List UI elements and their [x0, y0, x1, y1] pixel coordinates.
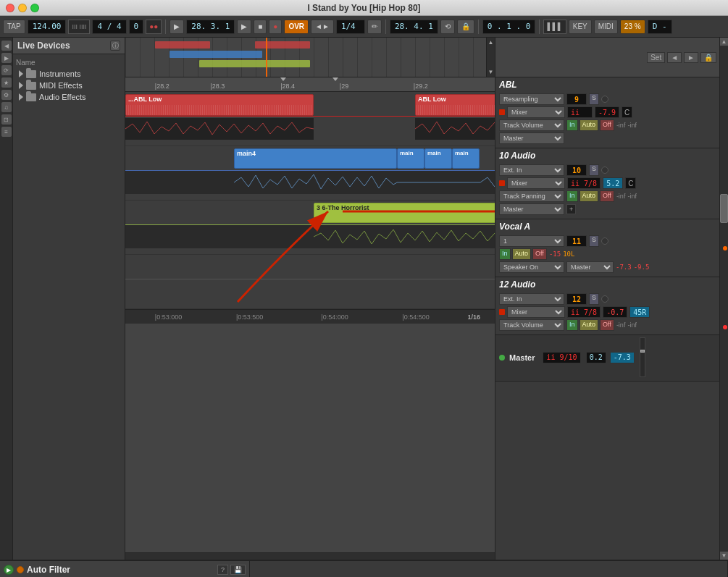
af-save-btn[interactable]: 💾 [230, 565, 246, 575]
vocal-in-btn[interactable]: In [499, 248, 511, 260]
key-button[interactable]: KEY [569, 20, 592, 34]
traffic-lights [6, 4, 39, 12]
right-scrollbar[interactable]: ▲ ▼ [719, 38, 728, 560]
audio12-track-name: 12 Audio [499, 279, 535, 290]
nav-icon-5[interactable]: ⚙ [1, 90, 12, 100]
vocal-s-btn[interactable]: S [589, 235, 599, 247]
tap-button[interactable]: TAP [3, 20, 25, 34]
waveform-vocal [125, 225, 495, 248]
abl-routing-select[interactable]: Resampling [499, 93, 564, 105]
nav-right-btn[interactable]: ► [684, 52, 698, 63]
vocal-routing-select[interactable]: 1 [499, 235, 564, 247]
audio10-s-btn[interactable]: S [589, 164, 599, 176]
abl-master-select[interactable]: Master [499, 132, 564, 144]
nav-icon-2[interactable]: ▶ [1, 53, 12, 63]
nav-icon-7[interactable]: ⊡ [1, 114, 12, 125]
nav-icon-4[interactable]: ★ [1, 77, 12, 88]
abl-mixer-row: Mixer ii -7.9 C [499, 106, 716, 118]
master-fader[interactable] [640, 337, 645, 377]
clip-abl-low-2[interactable]: ABL Low [415, 94, 495, 116]
midi-button[interactable]: MIDI [594, 20, 618, 34]
center-area: ▲ ▼ |28.2 |28.3 |28.4 |29 |29.2 ...ABL L… [125, 38, 495, 560]
vocal-off-btn[interactable]: Off [532, 248, 547, 260]
abl-vol-select[interactable]: Track Volume [499, 119, 564, 131]
nav-left-btn[interactable]: ◄ [667, 52, 682, 63]
nav-icon-1[interactable]: ◀ [1, 41, 12, 51]
audio12-mixer-select[interactable]: Mixer [507, 306, 565, 318]
audio12-off-btn[interactable]: Off [600, 319, 614, 331]
audio12-send1: -inf [616, 321, 626, 329]
close-button[interactable] [6, 4, 14, 12]
clip-main4[interactable]: main4 [234, 148, 397, 169]
clip-abl-low-1[interactable]: ...ABL Low [125, 94, 314, 116]
audio10-in-btn[interactable]: In [566, 190, 578, 202]
clip-horrorist[interactable]: 3 6-The Horrorist [314, 203, 495, 223]
pencil-button[interactable]: ✏ [367, 20, 382, 34]
clip-main-3[interactable]: main [452, 148, 480, 169]
time-mark-1: |0:53:000 [155, 313, 182, 321]
tracks-scrollbar[interactable] [125, 552, 495, 560]
abl-off-btn[interactable]: Off [600, 119, 614, 131]
minimize-button[interactable] [18, 4, 27, 12]
loop-button[interactable]: ◄► [311, 20, 334, 34]
sidebar-info-btn[interactable]: ⓘ [110, 41, 120, 51]
lock-small-btn[interactable]: 🔒 [700, 52, 716, 63]
audio12-auto-btn[interactable]: Auto [580, 319, 599, 331]
sidebar-item-midi[interactable]: MIDI Effects [16, 80, 122, 91]
scroll-up-btn[interactable]: ▲ [488, 39, 494, 46]
abl-dot-btn[interactable] [601, 96, 608, 103]
audio12-in-btn[interactable]: In [566, 319, 578, 331]
clip-main-2[interactable]: main [424, 148, 452, 169]
audio10-master-select[interactable]: Master [499, 203, 564, 215]
nav-icon-6[interactable]: ♫ [1, 102, 12, 112]
pos-display-1: 28. 3. 1 [186, 20, 235, 34]
af-power-btn[interactable]: ▶ [4, 565, 14, 575]
abl-auto-btn[interactable]: Auto [580, 119, 599, 131]
arrow-right-btn[interactable]: ▶ [170, 20, 184, 34]
audio10-routing-select[interactable]: Ext. In [499, 164, 564, 176]
time-display: 0 . 1 . 0 [482, 20, 536, 34]
nav-icon-8[interactable]: ≡ [1, 127, 12, 137]
sidebar-item-instruments[interactable]: Instruments [16, 68, 122, 80]
ovr-button[interactable]: OVR [284, 20, 309, 34]
nav-icon-3[interactable]: ⟳ [1, 65, 12, 75]
play-button[interactable]: ▶ [237, 20, 251, 34]
vocal-val4: -9.5 [634, 264, 650, 271]
loop-icon[interactable]: ⟲ [440, 20, 455, 34]
vocal-auto-btn[interactable]: Auto [512, 248, 532, 260]
stop-button[interactable]: ■ [254, 20, 267, 34]
vocal-dot-btn[interactable] [601, 237, 608, 245]
set-button[interactable]: Set [647, 52, 665, 63]
audio12-dot-btn[interactable] [601, 295, 608, 303]
vocal-val3: -7.3 [616, 264, 632, 271]
scroll-up-right[interactable]: ▲ [720, 38, 728, 46]
scroll-down-btn[interactable]: ▼ [488, 69, 494, 75]
clip-label-main4: main4 [237, 150, 256, 157]
maximize-button[interactable] [30, 4, 39, 12]
abl-mixer-select[interactable]: Mixer [507, 106, 565, 118]
bpm-display[interactable]: 124.00 [28, 20, 67, 34]
audio12-vol-select[interactable]: Track Volume [499, 319, 564, 331]
audio10-dot-btn[interactable] [601, 167, 608, 174]
audio10-mixer-select[interactable]: Mixer [507, 177, 565, 189]
sidebar-item-audio[interactable]: Audio Effects [16, 91, 122, 103]
af-led [17, 566, 24, 573]
vocal-master-select2[interactable]: Master [566, 261, 614, 273]
audio10-off-btn[interactable]: Off [600, 190, 614, 202]
vocal-speaker-select[interactable]: Speaker On [499, 261, 564, 273]
timeline-overview[interactable]: ▲ ▼ [125, 38, 495, 77]
lock-icon[interactable]: 🔒 [457, 20, 474, 34]
audio10-auto-btn[interactable]: Auto [580, 190, 599, 202]
abl-in-btn[interactable]: In [566, 119, 578, 131]
record-button[interactable]: ● [269, 20, 282, 34]
clip-main-1[interactable]: main [397, 148, 424, 169]
abl-s-btn[interactable]: S [589, 93, 599, 105]
scroll-down-right[interactable]: ▼ [720, 551, 728, 560]
audio10-plus-btn[interactable]: + [566, 204, 576, 214]
percent-display: 23 % [620, 20, 645, 34]
audio12-routing-select[interactable]: Ext. In [499, 293, 564, 305]
scroll-thumb-right[interactable] [720, 194, 728, 223]
af-question-btn[interactable]: ? [217, 565, 228, 575]
audio12-s-btn[interactable]: S [589, 293, 599, 305]
audio10-panning-select[interactable]: Track Panning [499, 190, 564, 202]
